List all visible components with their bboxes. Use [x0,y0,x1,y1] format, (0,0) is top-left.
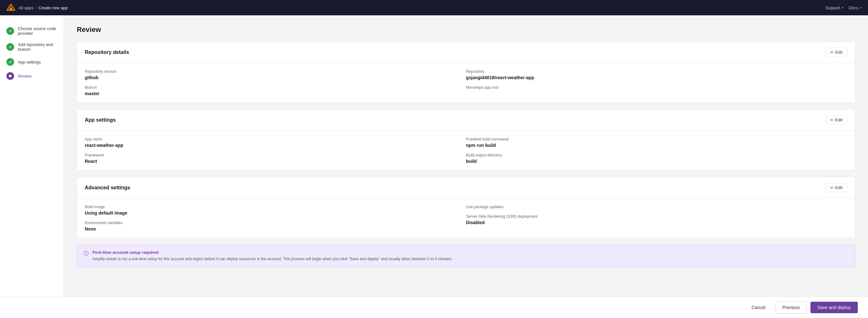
sidebar-item-review[interactable]: Review [0,69,64,83]
branch-label: Branch [85,85,466,90]
repository-service-field: Repository service github [85,69,466,80]
check-icon-3: ✓ [9,60,12,65]
app-settings-title: App settings [85,117,116,123]
advanced-settings-edit-button[interactable]: ✏ Edit [826,183,847,192]
advanced-settings-card: Advanced settings ✏ Edit Build image Usi… [77,177,855,238]
sidebar-item-add-repository[interactable]: ✓ Add repository and branch [0,39,64,55]
app-name-value: react-weather-app [85,143,466,148]
app-settings-card: App settings ✏ Edit App name react-weath… [77,109,855,171]
advanced-settings-body: Build image Using default image Environm… [77,198,855,238]
footer: Cancel Previous Save and deploy [0,296,868,318]
frontend-build-field: Frontend build command npm run build [466,137,847,148]
repository-label: Repository [466,69,847,74]
framework-field: Framework React [85,153,466,164]
app-settings-body: App name react-weather-app Framework Rea… [77,131,855,170]
repository-details-card: Repository details ✏ Edit Repository ser… [77,41,855,103]
env-vars-value: None [85,226,466,232]
branch-value: master [85,91,466,96]
monorepo-label: Monorepo app root [466,85,847,90]
repository-details-title: Repository details [85,49,129,55]
edit-icon-3: ✏ [830,185,833,190]
edit-icon-2: ✏ [830,118,833,122]
sidebar: ✓ Choose source code provider ✓ Add repo… [0,15,64,296]
info-title: First-time account setup required [92,250,453,255]
repository-details-edit-button[interactable]: ✏ Edit [826,47,847,57]
topnav-left: All apps / Create new app [6,3,68,12]
app-settings-header: App settings ✏ Edit [77,109,855,131]
external-link-icon-2: ↗ [859,6,862,9]
advanced-settings-title: Advanced settings [85,185,130,190]
breadcrumb-separator: / [35,5,36,10]
sidebar-item-app-settings[interactable]: ✓ App settings [0,55,64,69]
info-circle-icon: ⓘ [84,250,89,257]
repo-left-col: Repository service github Branch master [85,69,466,96]
amplify-logo [6,3,16,12]
advanced-settings-left-col: Build image Using default image Environm… [85,205,466,232]
info-content: First-time account setup required Amplif… [92,250,453,262]
app-settings-right-col: Frontend build command npm run build Bui… [466,137,847,164]
check-icon-1: ✓ [9,29,12,34]
advanced-settings-header: Advanced settings ✏ Edit [77,177,855,198]
live-package-label: Live package updates [466,205,847,209]
repository-value: gsjangid4018/react-weather-app [466,75,847,80]
build-image-field: Build image Using default image [85,205,466,215]
main-layout: ✓ Choose source code provider ✓ Add repo… [0,15,868,296]
ssr-value: Disabled [466,220,847,225]
topnav-right: Support ↗ Docs ↗ [826,5,862,10]
repository-service-value: github [85,75,466,80]
sidebar-label-2: Add repository and branch [18,42,57,52]
cancel-button[interactable]: Cancel [745,302,772,313]
step-icon-4 [6,72,14,80]
app-name-field: App name react-weather-app [85,137,466,148]
env-vars-label: Environment variables [85,221,466,225]
previous-button[interactable]: Previous [776,302,806,314]
build-image-label: Build image [85,205,466,209]
repository-service-label: Repository service [85,69,466,74]
build-image-value: Using default image [85,210,466,215]
step-icon-2: ✓ [6,43,14,51]
build-output-value: build [466,159,847,164]
monorepo-field: Monorepo app root [466,85,847,90]
ssr-field: Server-Side Rendering (SSR) deployment D… [466,214,847,225]
advanced-settings-right-col: Live package updates Server-Side Renderi… [466,205,847,232]
framework-label: Framework [85,153,466,157]
sidebar-label-4: Review [18,74,32,78]
build-output-label: Build output directory [466,153,847,157]
sidebar-label-3: App settings [18,60,41,65]
repo-right-col: Repository gsjangid4018/react-weather-ap… [466,69,847,96]
build-output-field: Build output directory build [466,153,847,164]
top-navigation: All apps / Create new app Support ↗ Docs… [0,0,868,15]
repository-field: Repository gsjangid4018/react-weather-ap… [466,69,847,80]
repository-details-header: Repository details ✏ Edit [77,42,855,63]
ssr-label: Server-Side Rendering (SSR) deployment [466,214,847,219]
step-dot [9,75,11,77]
support-link[interactable]: Support ↗ [826,5,844,10]
all-apps-link[interactable]: All apps [19,5,33,10]
frontend-build-label: Frontend build command [466,137,847,141]
repository-details-body: Repository service github Branch master … [77,63,855,103]
breadcrumb-current: Create new app [38,5,68,10]
save-and-deploy-button[interactable]: Save and deploy [810,302,858,313]
env-vars-field: Environment variables None [85,221,466,232]
main-content: Review Repository details ✏ Edit Reposit… [64,15,868,296]
app-name-label: App name [85,137,466,141]
page-title: Review [77,26,855,34]
breadcrumb: All apps / Create new app [19,5,68,10]
edit-icon-1: ✏ [830,50,833,55]
live-package-field: Live package updates [466,205,847,209]
external-link-icon: ↗ [841,6,843,9]
step-icon-3: ✓ [6,58,14,66]
sidebar-item-choose-source[interactable]: ✓ Choose source code provider [0,23,64,39]
step-icon-1: ✓ [6,27,14,35]
framework-value: React [85,159,466,164]
app-settings-left-col: App name react-weather-app Framework Rea… [85,137,466,164]
info-text: Amplify needs to run a one-time setup fo… [92,256,453,262]
info-banner: ⓘ First-time account setup required Ampl… [77,245,855,267]
branch-field: Branch master [85,85,466,96]
docs-link[interactable]: Docs ↗ [848,5,862,10]
check-icon-2: ✓ [9,45,12,49]
frontend-build-value: npm run build [466,143,847,148]
app-settings-edit-button[interactable]: ✏ Edit [826,115,847,125]
sidebar-label-1: Choose source code provider [18,26,57,36]
